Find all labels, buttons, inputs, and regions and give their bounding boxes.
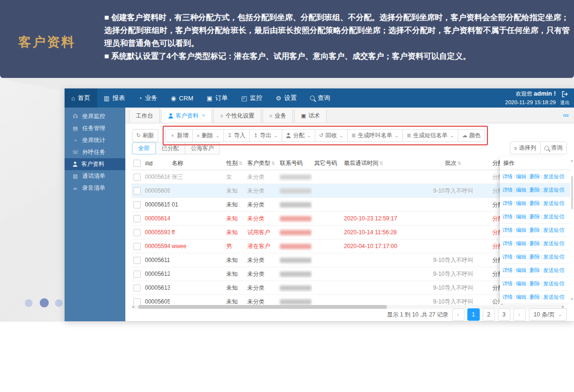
send-sms-link[interactable]: 发送短信 [543,280,564,287]
delete-link[interactable]: 删除 [530,186,540,194]
refresh-button[interactable]: ↻ 刷新 [132,129,158,142]
send-sms-link[interactable]: 发送短信 [543,173,564,180]
row-checkbox[interactable] [133,201,141,208]
vertical-scrollbar-thumb[interactable] [571,176,573,209]
sort-icon[interactable]: ⇅ [239,161,243,166]
delete-link[interactable]: 删除 [530,213,540,220]
row-checkbox[interactable] [133,257,141,264]
detail-link[interactable]: 详情 [502,227,513,234]
sort-icon[interactable]: ⇅ [271,161,275,166]
delete-link[interactable]: 删除 [530,173,540,180]
logout-button[interactable]: 退出 [560,90,570,106]
sidebar-item-agent-stats[interactable]: ◔坐席统计 [65,134,125,146]
delete-link[interactable]: 删除 [530,253,540,261]
nav-item-search[interactable]: 查询 [303,88,337,108]
edit-link[interactable]: 编辑 [516,240,527,247]
send-sms-link[interactable]: 发送短信 [543,200,564,207]
carousel-dot-active[interactable] [40,298,49,307]
tab-list-icon[interactable]: ≔ [563,111,569,119]
sort-icon[interactable]: ⇅ [457,161,461,166]
filter-tab-assigned[interactable]: 已分配 [155,142,185,154]
detail-link[interactable]: 详情 [502,200,513,207]
sidebar-item-customer-data[interactable]: 客户资料 [65,158,125,170]
tab-personalize[interactable]: ○个性化设置 [213,108,261,123]
sidebar-item-agent-monitor[interactable]: ☊坐席监控 [65,110,125,122]
call-roster-button[interactable]: ≣生成呼叫名单⌄ [347,129,403,142]
sidebar-item-recording-list[interactable]: ∞录音清单 [65,182,125,194]
edit-link[interactable]: 编辑 [516,253,527,261]
filter-tab-all[interactable]: 全部 [132,142,156,154]
vertical-scroll-down-arrow[interactable]: ▼ [570,297,574,301]
recycle-button[interactable]: ↺回收⌄ [315,129,348,142]
row-checkbox[interactable] [133,174,141,181]
delete-link[interactable]: 删除 [530,267,540,274]
delete-link[interactable]: 删除 [530,294,540,301]
send-sms-link[interactable]: 发送短信 [543,267,564,274]
carousel-dot[interactable] [25,299,33,307]
detail-link[interactable]: 详情 [502,294,513,301]
row-checkbox[interactable] [133,229,141,236]
tab-workbench[interactable]: 工作台 [129,108,160,123]
vertical-scroll-up-arrow[interactable]: ▲ [570,159,574,162]
delete-link[interactable]: 删除 [530,280,540,287]
send-sms-link[interactable]: 发送短信 [543,294,564,301]
sms-roster-button[interactable]: ≣生成短信名单⌄ [402,129,458,142]
nav-item-business[interactable]: ◔业务 [132,88,164,108]
edit-link[interactable]: 编辑 [516,227,527,234]
nav-item-order[interactable]: ▣订单 [200,88,234,108]
send-sms-link[interactable]: 发送短信 [543,213,564,220]
delete-button[interactable]: ×删除⌄ [192,129,224,142]
detail-link[interactable]: 详情 [502,240,513,247]
send-sms-link[interactable]: 发送短信 [543,253,564,261]
color-button[interactable]: ☁颜色 [458,129,485,142]
select-all-checkbox[interactable] [133,160,141,167]
detail-link[interactable]: 详情 [502,253,513,261]
nav-item-settings[interactable]: ⚙设置 [269,88,304,108]
delete-link[interactable]: 删除 [530,200,540,207]
edit-link[interactable]: 编辑 [516,294,527,301]
delete-link[interactable]: 删除 [530,227,540,234]
horizontal-scrollbar-thumb[interactable] [138,305,387,309]
detail-link[interactable]: 详情 [502,213,513,220]
nav-item-report[interactable]: ▥报表 [97,88,132,108]
edit-link[interactable]: 编辑 [516,267,527,274]
assign-button[interactable]: 分配⌄ [282,129,315,142]
detail-link[interactable]: 详情 [502,280,513,287]
detail-link[interactable]: 详情 [502,173,513,180]
page-button-3[interactable]: 3 [498,308,510,321]
edit-link[interactable]: 编辑 [516,200,527,207]
row-checkbox[interactable] [133,243,141,250]
send-sms-link[interactable]: 发送短信 [543,227,564,234]
tab-script[interactable]: ▣话术 [294,108,326,123]
edit-link[interactable]: 编辑 [516,280,527,287]
import-button[interactable]: ↧导入 [223,129,250,142]
row-checkbox[interactable] [133,215,141,222]
page-size-select[interactable]: 10 条/页 ⌄ [529,308,567,321]
nav-item-monitor[interactable]: ◰监控 [234,88,269,108]
sidebar-item-task-manage[interactable]: ▤任务管理 [65,122,125,134]
carousel-dot[interactable] [55,299,63,307]
row-checkbox[interactable] [133,284,141,292]
sidebar-item-outbound-task[interactable]: ☏外呼任务 [65,146,125,158]
tab-customer-data[interactable]: 客户资料× [161,108,212,123]
select-columns-button[interactable]: ≡选择列 [510,142,541,154]
add-button[interactable]: ＋新增 [166,129,193,142]
page-button-2[interactable]: 2 [483,308,495,321]
sidebar-item-call-list[interactable]: ▥通话清单 [65,170,125,182]
delete-link[interactable]: 删除 [530,240,540,247]
detail-link[interactable]: 详情 [502,186,513,194]
row-checkbox[interactable] [133,187,141,195]
send-sms-link[interactable]: 发送短信 [543,186,564,194]
filter-tab-public-pool[interactable]: 公海客户 [185,142,220,154]
sort-icon[interactable]: ⇅ [379,161,383,166]
nav-item-crm[interactable]: ◉CRM [164,88,200,108]
export-button[interactable]: ↥导出⌄ [249,129,282,142]
tab-close-icon[interactable]: × [202,112,205,119]
next-page-button[interactable]: › [513,308,526,321]
row-checkbox[interactable] [133,298,141,305]
row-checkbox[interactable] [133,271,141,278]
query-button[interactable]: 查询 [540,142,567,154]
tab-business[interactable]: ○业务 [263,108,293,123]
send-sms-link[interactable]: 发送短信 [543,240,564,247]
edit-link[interactable]: 编辑 [516,186,527,194]
